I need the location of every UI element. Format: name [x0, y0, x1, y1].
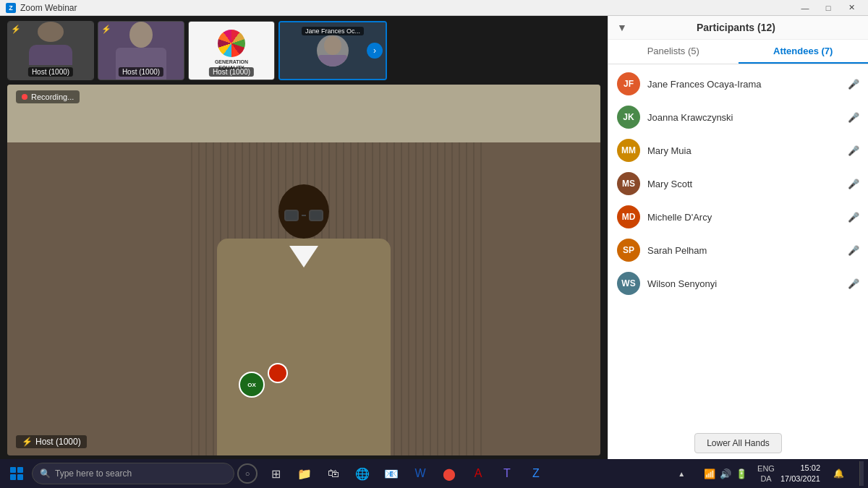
volume-icon[interactable]: 🔊	[718, 467, 733, 481]
participant-mute-icon[interactable]: 🎤	[848, 245, 859, 256]
show-desktop-button[interactable]	[859, 461, 864, 486]
participant-name: Wilson Senyonyi	[647, 278, 841, 289]
person-badge-red	[268, 363, 288, 383]
edge-button[interactable]: 🌐	[350, 461, 375, 486]
participant-avatar: MS	[617, 172, 640, 195]
main-video-mute-icon: ⚡	[22, 437, 33, 447]
notification-center-button[interactable]: 🔔	[826, 461, 851, 486]
sdg-wheel	[218, 30, 245, 57]
participant-name: Mary Scott	[647, 179, 841, 189]
participant-mute-icon[interactable]: 🎤	[848, 278, 859, 289]
locale-code: DA	[757, 474, 775, 484]
person-collar	[289, 246, 318, 267]
ceiling	[7, 85, 600, 142]
file-explorer-button[interactable]: 📁	[292, 461, 317, 486]
main-container: ⚡ Host (1000) ⚡ Host (1000)	[0, 16, 868, 459]
tab-attendees[interactable]: Attendees (7)	[739, 40, 869, 64]
win-logo-tr	[17, 467, 23, 473]
language-indicator[interactable]: ENG DA	[757, 463, 775, 484]
close-button[interactable]: ✕	[841, 0, 862, 16]
thumbnail-host-1[interactable]: ⚡ Host (1000)	[7, 21, 94, 80]
participant-item[interactable]: WSWilson Senyonyi🎤	[608, 267, 868, 300]
thumb-body-1	[29, 45, 72, 65]
thumb-head-1	[38, 22, 64, 42]
thumbnail-host-2[interactable]: ⚡ Host (1000)	[98, 21, 184, 80]
lower-all-hands-button[interactable]: Lower All Hands	[694, 433, 782, 453]
win-logo-tl	[10, 467, 16, 473]
thumb-label-2: Host (1000)	[119, 67, 163, 77]
win-logo-br	[17, 474, 23, 480]
thumb-mute-2: ⚡	[101, 25, 111, 34]
thumbnail-sdg[interactable]: GENERATIONEQUALITY Host (1000)	[188, 21, 275, 80]
minimize-button[interactable]: —	[794, 0, 816, 16]
tab-panelists[interactable]: Panelists (5)	[608, 40, 739, 64]
participants-tabs: Panelists (5) Attendees (7)	[608, 40, 868, 64]
participant-mute-icon[interactable]: 🎤	[848, 179, 859, 189]
thumb-fig-head-2	[129, 22, 153, 48]
system-clock[interactable]: 15:02 17/03/2021	[780, 463, 820, 485]
title-bar-left: Z Zoom Webinar	[6, 3, 77, 13]
participant-item[interactable]: JKJoanna Krawczynski🎤	[608, 100, 868, 134]
main-video-person: OX	[217, 184, 391, 455]
battery-icon[interactable]: 🔋	[734, 467, 749, 481]
glasses-right	[309, 210, 323, 221]
participant-avatar: MD	[617, 205, 640, 228]
person-body: OX	[217, 239, 391, 455]
main-video-label: ⚡ Host (1000)	[16, 435, 87, 448]
jane-body-fig	[318, 55, 347, 67]
recording-badge: Recording...	[16, 90, 80, 103]
maximize-button[interactable]: □	[817, 0, 839, 16]
taskbar-right: ▲ 📶 🔊 🔋 ENG DA 15:02 17/03/2021 🔔	[669, 461, 864, 486]
zoom-button[interactable]: Z	[524, 461, 548, 486]
clock-time: 15:02	[780, 463, 820, 474]
participant-item[interactable]: MDMichelle D'Arcy🎤	[608, 200, 868, 234]
start-button[interactable]	[4, 461, 29, 486]
taskbar-app-icons: ⊞ 📁 🛍 🌐 📧 W ⬤ A T Z	[263, 461, 548, 486]
participant-list: JFJane Frances Ocaya-Irama🎤JKJoanna Kraw…	[608, 64, 868, 427]
participant-mute-icon[interactable]: 🎤	[848, 112, 859, 123]
thumb-label-1: Host (1000)	[28, 67, 73, 77]
person-badge-green: OX	[239, 372, 265, 398]
language-code: ENG	[757, 463, 775, 474]
acrobat-button[interactable]: A	[466, 461, 490, 486]
participant-item[interactable]: JFJane Frances Ocaya-Irama🎤	[608, 67, 868, 100]
participant-item[interactable]: SPSarah Pelham🎤	[608, 234, 868, 267]
jane-figure	[318, 35, 347, 67]
participant-item[interactable]: MSMary Scott🎤	[608, 167, 868, 200]
participant-mute-icon[interactable]: 🎤	[848, 79, 859, 90]
sdg-inner: GENERATIONEQUALITY	[215, 30, 248, 72]
teams-button[interactable]: T	[495, 461, 519, 486]
participants-panel: ▼ Participants (12) Panelists (5) Attend…	[608, 16, 868, 459]
taskbar-search-bar[interactable]: 🔍 Type here to search	[32, 463, 234, 484]
task-view-button[interactable]: ⊞	[263, 461, 288, 486]
network-icon[interactable]: 📶	[702, 467, 717, 481]
participant-mute-icon[interactable]: 🎤	[848, 212, 859, 223]
word-button[interactable]: W	[408, 461, 433, 486]
windows-logo	[10, 467, 23, 480]
panel-collapse-button[interactable]: ▼	[617, 22, 627, 33]
cortana-button[interactable]: ○	[237, 463, 258, 484]
chrome-button[interactable]: ⬤	[437, 461, 461, 486]
participant-mute-icon[interactable]: 🎤	[848, 145, 859, 156]
main-video-container: Recording... OX	[7, 85, 600, 455]
jane-tile: Jane Frances Oc... ›	[280, 22, 386, 79]
app-icon: Z	[6, 3, 16, 13]
jane-arrow-button[interactable]: ›	[367, 43, 383, 59]
video-area: ⚡ Host (1000) ⚡ Host (1000)	[0, 16, 608, 459]
recording-dot	[22, 94, 27, 100]
participant-avatar: JF	[617, 72, 640, 95]
outlook-button[interactable]: 📧	[379, 461, 404, 486]
jane-name-overlay: Jane Frances Oc...	[302, 27, 364, 35]
thumbnail-strip: ⚡ Host (1000) ⚡ Host (1000)	[0, 16, 608, 85]
cortana-icon: ○	[245, 469, 250, 478]
system-tray-expand-button[interactable]: ▲	[669, 461, 694, 486]
participant-item[interactable]: MMMary Muia🎤	[608, 134, 868, 167]
participant-name: Michelle D'Arcy	[647, 212, 841, 223]
participant-name: Sarah Pelham	[647, 245, 841, 256]
title-bar-controls: — □ ✕	[794, 0, 862, 16]
store-button[interactable]: 🛍	[321, 461, 346, 486]
participant-name: Joanna Krawczynski	[647, 112, 841, 123]
thumbnail-jane[interactable]: Jane Frances Oc... ›	[278, 21, 387, 80]
search-icon: 🔍	[40, 468, 51, 479]
title-bar: Z Zoom Webinar — □ ✕	[0, 0, 868, 16]
